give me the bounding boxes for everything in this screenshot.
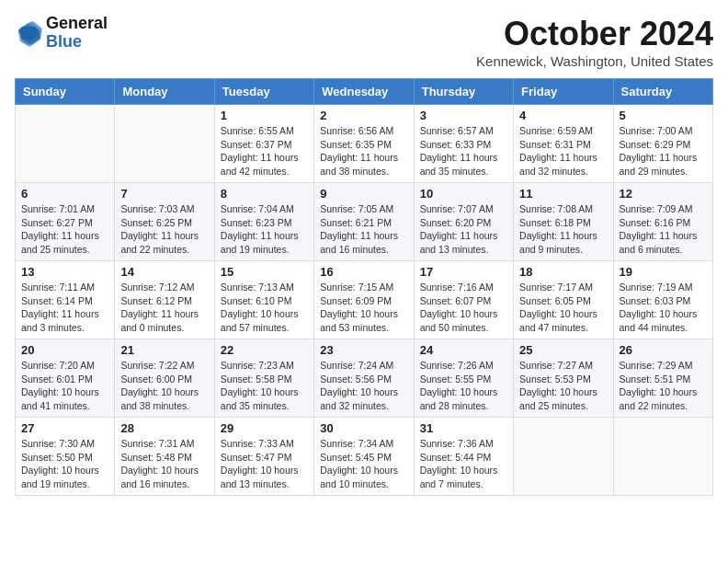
- day-cell-3-4: 16Sunrise: 7:15 AMSunset: 6:09 PMDayligh…: [314, 261, 414, 339]
- sunset-text: Sunset: 5:50 PM: [21, 451, 108, 465]
- daylight-text: Daylight: 11 hours and 13 minutes.: [420, 229, 507, 256]
- logo-text: General Blue: [46, 15, 108, 52]
- day-cell-4-3: 22Sunrise: 7:23 AMSunset: 5:58 PMDayligh…: [214, 339, 313, 418]
- day-info: Sunrise: 7:04 AMSunset: 6:23 PMDaylight:…: [221, 202, 308, 257]
- day-cell-2-2: 7Sunrise: 7:03 AMSunset: 6:25 PMDaylight…: [115, 183, 214, 261]
- sunset-text: Sunset: 6:01 PM: [21, 373, 108, 386]
- day-cell-2-3: 8Sunrise: 7:04 AMSunset: 6:23 PMDaylight…: [214, 183, 313, 261]
- sunrise-text: Sunrise: 7:27 AM: [519, 359, 607, 373]
- sunrise-text: Sunrise: 7:20 AM: [21, 359, 108, 373]
- day-info: Sunrise: 7:27 AMSunset: 5:53 PMDaylight:…: [519, 359, 607, 413]
- daylight-text: Daylight: 10 hours and 57 minutes.: [221, 307, 308, 334]
- weekday-thursday: Thursday: [414, 79, 513, 105]
- day-number: 10: [420, 187, 507, 201]
- day-number: 28: [120, 421, 208, 435]
- sunrise-text: Sunrise: 7:05 AM: [320, 202, 407, 216]
- sunrise-text: Sunrise: 7:34 AM: [320, 437, 407, 451]
- day-number: 6: [21, 187, 108, 201]
- day-cell-1-7: 5Sunrise: 7:00 AMSunset: 6:29 PMDaylight…: [613, 105, 712, 183]
- day-cell-4-7: 26Sunrise: 7:29 AMSunset: 5:51 PMDayligh…: [613, 339, 712, 418]
- day-info: Sunrise: 7:13 AMSunset: 6:10 PMDaylight:…: [221, 281, 308, 335]
- weekday-saturday: Saturday: [613, 79, 712, 105]
- sunrise-text: Sunrise: 7:03 AM: [120, 202, 208, 216]
- sunrise-text: Sunrise: 6:57 AM: [420, 124, 507, 138]
- week-row-5: 27Sunrise: 7:30 AMSunset: 5:50 PMDayligh…: [16, 418, 713, 496]
- sunset-text: Sunset: 6:09 PM: [320, 294, 407, 308]
- day-info: Sunrise: 7:00 AMSunset: 6:29 PMDaylight:…: [620, 124, 707, 178]
- weekday-wednesday: Wednesday: [314, 79, 414, 105]
- day-number: 13: [21, 265, 108, 279]
- day-info: Sunrise: 6:55 AMSunset: 6:37 PMDaylight:…: [221, 124, 308, 178]
- day-info: Sunrise: 6:56 AMSunset: 6:35 PMDaylight:…: [320, 124, 407, 178]
- day-number: 8: [221, 187, 308, 201]
- sunrise-text: Sunrise: 7:08 AM: [519, 202, 607, 216]
- day-cell-1-2: [115, 105, 214, 183]
- daylight-text: Daylight: 10 hours and 41 minutes.: [21, 385, 108, 412]
- day-number: 30: [320, 421, 407, 435]
- day-number: 11: [519, 187, 607, 201]
- day-number: 2: [320, 109, 407, 122]
- sunrise-text: Sunrise: 7:30 AM: [21, 437, 108, 451]
- day-cell-3-3: 15Sunrise: 7:13 AMSunset: 6:10 PMDayligh…: [214, 261, 313, 339]
- day-info: Sunrise: 7:08 AMSunset: 6:18 PMDaylight:…: [519, 202, 607, 257]
- day-info: Sunrise: 7:09 AMSunset: 6:16 PMDaylight:…: [620, 202, 707, 257]
- day-cell-3-2: 14Sunrise: 7:12 AMSunset: 6:12 PMDayligh…: [115, 261, 214, 339]
- day-number: 7: [120, 187, 208, 201]
- day-info: Sunrise: 7:24 AMSunset: 5:56 PMDaylight:…: [320, 359, 407, 413]
- daylight-text: Daylight: 11 hours and 22 minutes.: [120, 229, 208, 256]
- sunset-text: Sunset: 6:20 PM: [420, 216, 507, 230]
- day-cell-5-7: [613, 418, 712, 496]
- day-cell-5-2: 28Sunrise: 7:31 AMSunset: 5:48 PMDayligh…: [115, 418, 214, 496]
- day-number: 25: [519, 343, 607, 357]
- weekday-sunday: Sunday: [16, 79, 115, 105]
- day-number: 19: [620, 265, 707, 279]
- sunset-text: Sunset: 6:29 PM: [620, 138, 707, 152]
- sunrise-text: Sunrise: 7:09 AM: [620, 202, 707, 216]
- weekday-tuesday: Tuesday: [214, 79, 313, 105]
- sunset-text: Sunset: 5:53 PM: [519, 373, 607, 386]
- day-number: 17: [420, 265, 507, 279]
- day-cell-5-1: 27Sunrise: 7:30 AMSunset: 5:50 PMDayligh…: [16, 418, 115, 496]
- day-number: 3: [420, 109, 507, 122]
- sunset-text: Sunset: 6:23 PM: [221, 216, 308, 230]
- sunrise-text: Sunrise: 7:31 AM: [120, 437, 208, 451]
- weekday-header-row: SundayMondayTuesdayWednesdayThursdayFrid…: [16, 79, 713, 105]
- logo-icon: [15, 19, 42, 47]
- daylight-text: Daylight: 11 hours and 16 minutes.: [320, 229, 407, 256]
- day-number: 9: [320, 187, 407, 201]
- day-cell-3-1: 13Sunrise: 7:11 AMSunset: 6:14 PMDayligh…: [16, 261, 115, 339]
- day-cell-5-4: 30Sunrise: 7:34 AMSunset: 5:45 PMDayligh…: [314, 418, 414, 496]
- sunset-text: Sunset: 6:18 PM: [519, 216, 607, 230]
- calendar-table: SundayMondayTuesdayWednesdayThursdayFrid…: [15, 78, 713, 496]
- day-info: Sunrise: 7:07 AMSunset: 6:20 PMDaylight:…: [420, 202, 507, 257]
- day-cell-4-1: 20Sunrise: 7:20 AMSunset: 6:01 PMDayligh…: [16, 339, 115, 418]
- day-cell-2-1: 6Sunrise: 7:01 AMSunset: 6:27 PMDaylight…: [16, 183, 115, 261]
- sunset-text: Sunset: 5:47 PM: [221, 451, 308, 465]
- sunrise-text: Sunrise: 7:11 AM: [21, 281, 108, 294]
- daylight-text: Daylight: 11 hours and 19 minutes.: [221, 229, 308, 256]
- daylight-text: Daylight: 10 hours and 32 minutes.: [320, 385, 407, 412]
- daylight-text: Daylight: 10 hours and 38 minutes.: [120, 385, 208, 412]
- sunset-text: Sunset: 6:37 PM: [221, 138, 308, 152]
- daylight-text: Daylight: 11 hours and 38 minutes.: [320, 151, 407, 178]
- sunset-text: Sunset: 6:35 PM: [320, 138, 407, 152]
- day-cell-2-7: 12Sunrise: 7:09 AMSunset: 6:16 PMDayligh…: [613, 183, 712, 261]
- sunset-text: Sunset: 5:51 PM: [620, 373, 707, 386]
- sunset-text: Sunset: 6:21 PM: [320, 216, 407, 230]
- day-number: 29: [221, 421, 308, 435]
- location: Kennewick, Washington, United States: [476, 53, 713, 69]
- sunset-text: Sunset: 6:10 PM: [221, 294, 308, 308]
- sunset-text: Sunset: 6:14 PM: [21, 294, 108, 308]
- sunrise-text: Sunrise: 7:00 AM: [620, 124, 707, 138]
- day-cell-1-6: 4Sunrise: 6:59 AMSunset: 6:31 PMDaylight…: [514, 105, 613, 183]
- day-info: Sunrise: 7:15 AMSunset: 6:09 PMDaylight:…: [320, 281, 407, 335]
- daylight-text: Daylight: 11 hours and 35 minutes.: [420, 151, 507, 178]
- daylight-text: Daylight: 10 hours and 35 minutes.: [221, 385, 308, 412]
- day-info: Sunrise: 7:01 AMSunset: 6:27 PMDaylight:…: [21, 202, 108, 257]
- day-info: Sunrise: 7:36 AMSunset: 5:44 PMDaylight:…: [420, 437, 507, 491]
- day-info: Sunrise: 7:20 AMSunset: 6:01 PMDaylight:…: [21, 359, 108, 413]
- daylight-text: Daylight: 11 hours and 9 minutes.: [519, 229, 607, 256]
- day-cell-5-3: 29Sunrise: 7:33 AMSunset: 5:47 PMDayligh…: [214, 418, 313, 496]
- day-number: 16: [320, 265, 407, 279]
- sunrise-text: Sunrise: 7:24 AM: [320, 359, 407, 373]
